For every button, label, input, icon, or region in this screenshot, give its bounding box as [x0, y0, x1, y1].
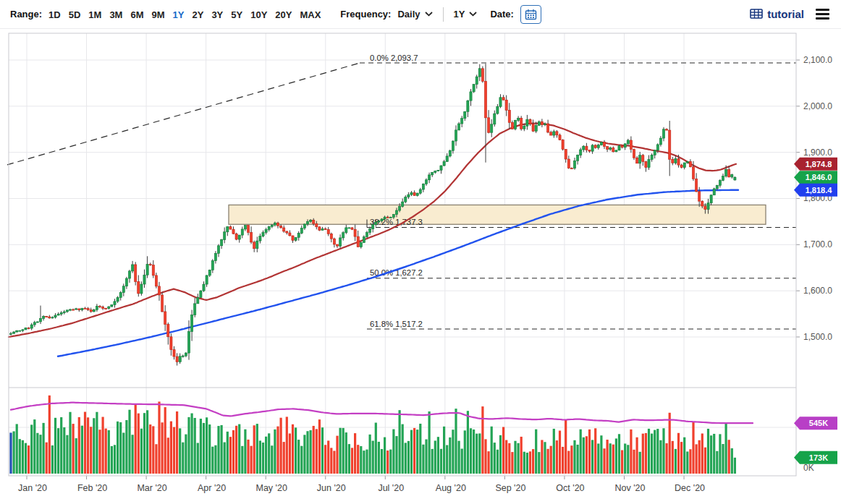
volume-bar [244, 430, 246, 474]
volume-bar [716, 451, 718, 474]
candle-body [636, 158, 638, 163]
candle-body [484, 81, 486, 117]
volume-bar [633, 450, 635, 474]
range-option-2y[interactable]: 2Y [192, 9, 203, 20]
volume-ma [11, 403, 753, 424]
range-option-3y[interactable]: 3Y [211, 9, 223, 20]
volume-tag: 173K [794, 451, 837, 464]
range-option-9m[interactable]: 9M [152, 9, 165, 20]
candle-body [565, 149, 567, 159]
x-axis-label: Jan '20 [18, 483, 47, 493]
candle-body [93, 309, 95, 312]
candle-body [292, 236, 294, 240]
candle-body [381, 219, 383, 221]
volume-bar [696, 444, 698, 474]
volume-bar [238, 424, 240, 474]
brand-name: tutorial [767, 8, 804, 20]
volume-bar [499, 435, 502, 474]
volume-bar [247, 440, 249, 474]
volume-bar [170, 422, 172, 474]
candle-body [677, 158, 680, 165]
price-chart[interactable]: 0.0% 2,093.738.2% 1,737.350.0% 1,627.261… [0, 29, 841, 504]
candle-body [206, 276, 208, 284]
candle-body [197, 297, 199, 303]
volume-bar [271, 445, 273, 474]
candle-body [303, 224, 305, 228]
chevron-down-icon [425, 12, 433, 17]
volume-bar [597, 443, 599, 474]
candle-body [125, 278, 127, 286]
candle-body [241, 229, 243, 235]
volume-bar [102, 417, 104, 474]
candle-body [538, 121, 540, 125]
volume-bar [140, 429, 143, 474]
volume-bar [324, 445, 326, 474]
candle-body [297, 233, 300, 237]
period-dropdown[interactable]: 1Y [454, 9, 478, 20]
volume-bar [265, 437, 267, 474]
range-option-1d[interactable]: 1D [48, 9, 61, 20]
volume-bar [105, 429, 107, 474]
volume-bar [182, 443, 184, 474]
volume-bar [161, 422, 164, 474]
candle-body [562, 140, 564, 150]
volume-bar [283, 442, 285, 474]
candle-body [138, 281, 140, 293]
candle-body [81, 308, 83, 310]
volume-bar [662, 428, 664, 474]
volume-bar [514, 441, 516, 474]
candle-body [271, 225, 273, 226]
frequency-dropdown[interactable]: Daily [397, 9, 432, 20]
range-option-5d[interactable]: 5D [69, 9, 81, 20]
volume-zero-label: 0K [803, 463, 814, 473]
candle-body [149, 264, 151, 265]
range-option-1y[interactable]: 1Y [173, 9, 185, 20]
volume-bar [405, 443, 407, 474]
volume-bar [565, 420, 567, 474]
candle-body [648, 160, 650, 168]
volume-bar [609, 443, 612, 474]
volume-bar [600, 435, 602, 474]
candle-body [577, 155, 579, 161]
volume-bar [25, 443, 27, 474]
range-options: 1D5D1M3M6M9M1Y2Y3Y5Y10Y20YMAX [48, 8, 329, 21]
volume-bar [719, 434, 721, 474]
range-option-6m[interactable]: 6M [130, 9, 143, 20]
candle-body [185, 353, 187, 356]
range-option-20y[interactable]: 20Y [275, 9, 292, 20]
volume-bar [399, 410, 401, 474]
candle-body [316, 223, 318, 227]
volume-bar [274, 430, 276, 474]
candle-body [176, 356, 178, 362]
range-option-5y[interactable]: 5Y [231, 9, 242, 20]
volume-bar [698, 440, 701, 474]
candle-body [365, 232, 368, 236]
x-axis-label: Sep '20 [495, 483, 525, 493]
candle-body [586, 146, 588, 150]
range-option-1m[interactable]: 1M [88, 9, 101, 20]
candle-body [478, 69, 481, 77]
candle-body [680, 165, 682, 168]
range-option-max[interactable]: MAX [300, 9, 321, 20]
menu-icon[interactable] [814, 7, 831, 21]
volume-bar [529, 451, 531, 474]
candle-body [470, 92, 472, 101]
candle-body [66, 310, 68, 312]
brand-link[interactable]: tutorial [750, 8, 804, 20]
candle-body [624, 144, 626, 148]
range-option-10y[interactable]: 10Y [250, 9, 267, 20]
volume-bar [428, 411, 431, 474]
calendar-button[interactable] [520, 5, 541, 24]
volume-bar [138, 414, 140, 474]
candle-body [446, 156, 448, 162]
volume-bar [286, 417, 288, 474]
candle-body [422, 184, 424, 189]
volume-bar [316, 429, 318, 474]
x-axis-label: Jun '20 [317, 483, 346, 493]
candle-body [235, 234, 237, 239]
range-option-3m[interactable]: 3M [109, 9, 122, 20]
candle-body [686, 161, 688, 163]
volume-bar [689, 449, 691, 474]
candle-body [164, 312, 166, 325]
candle-body [553, 132, 555, 135]
